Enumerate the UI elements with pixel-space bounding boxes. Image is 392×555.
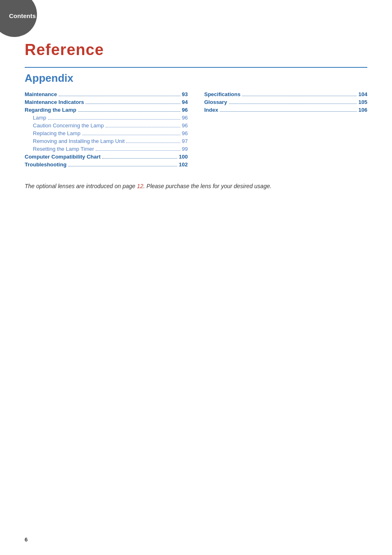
reference-heading: Reference bbox=[25, 41, 367, 59]
toc-label-specifications: Specifications bbox=[204, 91, 240, 97]
toc-entry-regarding-lamp[interactable]: Regarding the Lamp 96 bbox=[25, 107, 188, 113]
toc-page-troubleshooting: 102 bbox=[179, 161, 188, 168]
toc-entry-removing-installing-lamp[interactable]: Removing and Installing the Lamp Unit 97 bbox=[25, 138, 188, 144]
toc-label-computer-compat: Computer Compatibility Chart bbox=[25, 154, 101, 160]
toc-dots bbox=[78, 111, 180, 112]
toc-dots bbox=[85, 104, 180, 104]
toc-dots bbox=[96, 150, 180, 151]
toc-label-maintenance-indicators: Maintenance Indicators bbox=[25, 99, 84, 105]
toc-page-lamp: 96 bbox=[182, 115, 188, 121]
toc-page-resetting-lamp-timer: 99 bbox=[182, 146, 188, 152]
toc-label-replacing-lamp: Replacing the Lamp bbox=[33, 130, 81, 136]
toc-right-column: Specifications 104 Glossary 105 Index bbox=[204, 91, 367, 169]
toc-entry-replacing-lamp[interactable]: Replacing the Lamp 96 bbox=[25, 130, 188, 136]
toc-label-removing-installing-lamp: Removing and Installing the Lamp Unit bbox=[33, 138, 125, 144]
toc-page-glossary: 105 bbox=[358, 99, 367, 105]
toc-label-glossary: Glossary bbox=[204, 99, 227, 105]
toc-dots bbox=[59, 96, 180, 96]
toc-page-removing-installing-lamp: 97 bbox=[182, 138, 188, 144]
toc-dots bbox=[102, 158, 177, 159]
toc-entry-computer-compat[interactable]: Computer Compatibility Chart 100 bbox=[25, 154, 188, 160]
toc-dots bbox=[126, 143, 180, 143]
toc-dots bbox=[242, 96, 357, 96]
toc-label-index: Index bbox=[204, 107, 218, 113]
toc-entry-resetting-lamp-timer[interactable]: Resetting the Lamp Timer 99 bbox=[25, 146, 188, 152]
corner-tab: Contents bbox=[0, 0, 45, 37]
toc-label-regarding-lamp: Regarding the Lamp bbox=[25, 107, 76, 113]
toc-page-maintenance-indicators: 94 bbox=[182, 99, 188, 105]
toc-dots bbox=[48, 119, 180, 120]
footer-text-after: . Please purchase the lens for your desi… bbox=[143, 183, 272, 189]
toc-entry-index[interactable]: Index 106 bbox=[204, 107, 367, 113]
toc-page-caution-lamp: 96 bbox=[182, 122, 188, 129]
page-container: Contents Reference Appendix Maintenance … bbox=[0, 0, 392, 555]
toc-page-regarding-lamp: 96 bbox=[182, 107, 188, 113]
toc-left-column: Maintenance 93 Maintenance Indicators 94… bbox=[25, 91, 188, 169]
toc-entry-glossary[interactable]: Glossary 105 bbox=[204, 99, 367, 105]
main-content: Reference Appendix Maintenance 93 Mainte… bbox=[0, 0, 392, 215]
toc-entry-caution-lamp[interactable]: Caution Concerning the Lamp 96 bbox=[25, 122, 188, 129]
toc-page-index: 106 bbox=[358, 107, 367, 113]
footer-note: The optional lenses are introduced on pa… bbox=[25, 182, 304, 191]
toc-label-resetting-lamp-timer: Resetting the Lamp Timer bbox=[33, 146, 94, 152]
toc-label-troubleshooting: Troubleshooting bbox=[25, 161, 67, 168]
footer-link[interactable]: 12 bbox=[137, 183, 143, 189]
toc-entry-specifications[interactable]: Specifications 104 bbox=[204, 91, 367, 97]
appendix-heading: Appendix bbox=[25, 72, 367, 85]
toc-dots bbox=[229, 104, 357, 104]
toc-dots bbox=[220, 111, 357, 112]
toc-label-lamp: Lamp bbox=[33, 115, 46, 121]
footer-text-before: The optional lenses are introduced on pa… bbox=[25, 183, 137, 189]
toc-entry-maintenance[interactable]: Maintenance 93 bbox=[25, 91, 188, 97]
toc-entry-maintenance-indicators[interactable]: Maintenance Indicators 94 bbox=[25, 99, 188, 105]
toc-label-maintenance: Maintenance bbox=[25, 91, 57, 97]
toc-entry-troubleshooting[interactable]: Troubleshooting 102 bbox=[25, 161, 188, 168]
toc-entry-lamp[interactable]: Lamp 96 bbox=[25, 115, 188, 121]
toc-dots bbox=[82, 135, 180, 135]
toc-dots bbox=[106, 127, 180, 127]
toc-container: Maintenance 93 Maintenance Indicators 94… bbox=[25, 91, 367, 169]
appendix-section: Appendix Maintenance 93 Maintenance Indi… bbox=[25, 67, 367, 169]
toc-page-replacing-lamp: 96 bbox=[182, 130, 188, 136]
toc-page-computer-compat: 100 bbox=[179, 154, 188, 160]
toc-page-maintenance: 93 bbox=[182, 91, 188, 97]
toc-dots bbox=[68, 166, 177, 166]
corner-label: Contents bbox=[9, 12, 36, 19]
page-number: 6 bbox=[25, 537, 28, 543]
toc-page-specifications: 104 bbox=[358, 91, 367, 97]
toc-label-caution-lamp: Caution Concerning the Lamp bbox=[33, 122, 104, 129]
